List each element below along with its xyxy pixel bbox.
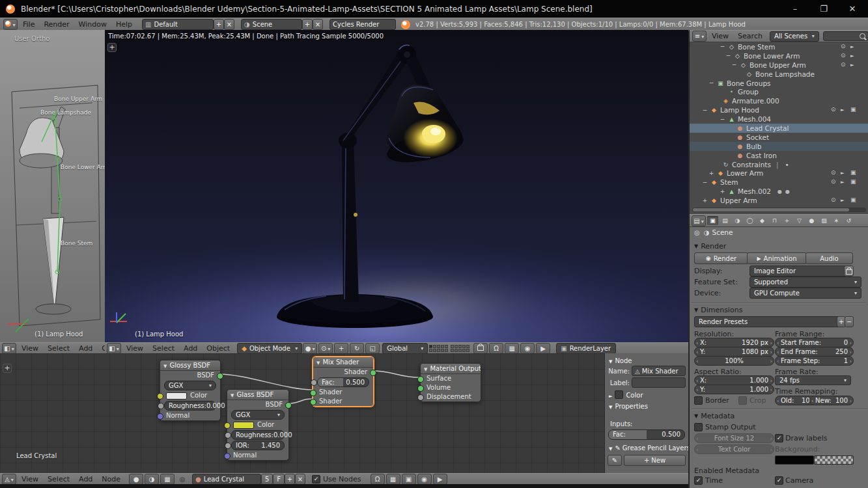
tab-particles-icon[interactable]: ∗ [831, 216, 842, 225]
cursor-icon[interactable]: ► [850, 62, 854, 68]
draw-labels-checkbox[interactable] [775, 434, 783, 442]
node-menu[interactable]: Node [97, 475, 125, 483]
eye-icon[interactable]: ⊙ [831, 178, 836, 185]
eye-icon[interactable]: ⊙ [831, 197, 836, 203]
material-selector[interactable]: ● Lead Crystal [192, 474, 261, 485]
device-dropdown[interactable]: GPU Compute▾ [749, 288, 861, 299]
add-layout-button[interactable]: + [214, 19, 224, 30]
transform-orientation-dropdown[interactable]: Global▾ [382, 343, 428, 354]
window-close-button[interactable]: ✕ [838, 0, 867, 18]
mode-dropdown[interactable]: ◆Object Mode ▾ [237, 343, 302, 354]
node-glossy-bsdf[interactable]: ▼Glossy BSDF BSDF GGX▾ Color Roughness:0… [160, 360, 221, 421]
mini-3d-viewport[interactable]: User Ortho Bone Upper Arm Bone Lampshade… [0, 30, 105, 342]
shader-input-socket-1[interactable] [310, 390, 316, 396]
color-input-row[interactable]: Color [227, 420, 288, 429]
editor-type-button[interactable]: ◧▾ [107, 343, 121, 354]
border-checkbox[interactable] [694, 396, 703, 405]
window-minimize-button[interactable]: – [781, 0, 809, 18]
tab-texture-icon[interactable]: ▨ [819, 216, 830, 225]
render-panel-header[interactable]: ▼Render [690, 241, 868, 251]
delete-scene-button[interactable]: × [313, 19, 323, 30]
new-material-button[interactable]: + [285, 474, 295, 485]
tab-physics-icon[interactable]: ↺ [843, 216, 854, 225]
render-button[interactable]: ◉Render [694, 252, 748, 264]
camera-icon[interactable]: ▣ [850, 178, 856, 185]
expand-icon[interactable]: − [701, 179, 708, 186]
stamp-output-checkbox[interactable] [694, 423, 703, 431]
fac-input-socket[interactable] [311, 379, 317, 386]
color-panel-header[interactable]: ►Color [605, 390, 688, 400]
pin-icon[interactable]: ◎ [694, 229, 700, 236]
outliner-row[interactable]: −◆Stem⊙►▣ [690, 178, 868, 187]
expand-icon[interactable]: − [725, 52, 732, 59]
add-scene-button[interactable]: + [302, 19, 313, 30]
properties-panel-header[interactable]: ▼Properties [605, 402, 688, 411]
node-header[interactable]: ▼Mix Shader [313, 357, 373, 368]
fac-slider[interactable]: Fac:0.500 [317, 377, 369, 387]
node-material-output[interactable]: ▼Material Output Surface Volume Displace… [420, 363, 481, 402]
font-size-field[interactable]: Font Size 12 [694, 433, 774, 443]
outliner-row[interactable]: −◇Bone Upper Arm⊙► [690, 61, 868, 70]
frame-step-field[interactable]: Frame Step:1 [775, 356, 854, 366]
text-color-field[interactable]: Text Color [694, 444, 774, 454]
feature-set-dropdown[interactable]: Supported▾ [749, 277, 861, 288]
render-layer-dropdown[interactable]: ▣RenderLayer [556, 343, 616, 354]
outliner-row[interactable]: ●Socket [690, 133, 868, 142]
surface-input-socket[interactable] [417, 376, 424, 383]
outliner-row-active[interactable]: ●Lead Crystal [690, 124, 868, 133]
start-frame-field[interactable]: Start Frame:0 [775, 338, 854, 347]
tab-material-icon[interactable]: ● [806, 216, 817, 225]
remove-preset-button[interactable]: − [845, 316, 854, 327]
pin-icon[interactable]: ◎ [176, 474, 189, 484]
camera-checkbox[interactable] [775, 476, 783, 485]
roughness-slider[interactable]: Roughness:0.000 [164, 401, 216, 411]
aspect-x-field[interactable]: X:1.000 [694, 375, 774, 385]
render-engine-selector[interactable]: Cycles Render [329, 19, 396, 30]
window-maximize-button[interactable]: ❐ [809, 0, 838, 18]
resolution-x-field[interactable]: X:1920 px [694, 338, 774, 347]
editor-type-button[interactable]: ◬▾ [2, 474, 16, 485]
camera-icon[interactable]: ▣ [850, 169, 856, 176]
color-enable-checkbox[interactable] [615, 390, 623, 399]
use-nodes-checkbox[interactable] [312, 475, 320, 483]
camera-icon[interactable]: ▣ [850, 106, 856, 113]
metadata-panel-header[interactable]: ▼Metadata [690, 411, 868, 420]
outliner-row[interactable]: ◇Bone Lampshade [690, 70, 868, 79]
snap-element-icon[interactable]: ▦ [505, 343, 519, 354]
tree-type-composite-icon[interactable]: ◑ [145, 474, 159, 485]
sidebar-fac-slider[interactable]: Fac:0.500 [608, 429, 685, 440]
tab-data-icon[interactable]: ▽ [794, 216, 805, 225]
expand-icon[interactable]: − [719, 43, 726, 50]
resolution-percentage-slider[interactable]: 100% [694, 356, 774, 366]
grease-pencil-mode-button[interactable]: ✎ [608, 455, 622, 466]
cursor-icon[interactable]: ► [850, 44, 854, 49]
object-menu[interactable]: Objec [97, 344, 105, 353]
display-dropdown[interactable]: Image Editor▾ [749, 265, 852, 277]
color-input-socket[interactable] [157, 393, 163, 400]
background-alpha-swatch[interactable] [814, 455, 854, 465]
displacement-input-socket[interactable] [417, 394, 424, 401]
eye-icon[interactable]: ⊙ [831, 106, 836, 113]
bsdf-output-socket[interactable] [285, 402, 292, 409]
manipulator-rotate-icon[interactable]: ↻ [350, 343, 364, 354]
snap-magnet-icon[interactable]: Ω [489, 343, 503, 354]
outliner-row[interactable]: +◆Lower Arm⊙►▣ [690, 169, 868, 178]
snap-element-icon[interactable]: ▦ [386, 474, 400, 485]
manipulator-translate-icon[interactable]: + [334, 343, 348, 354]
cursor-icon[interactable]: ► [841, 198, 844, 203]
render-anim-icon[interactable]: ▶ [433, 474, 447, 485]
node-label-field[interactable] [632, 377, 686, 388]
expand-icon[interactable]: − [731, 61, 738, 68]
color-input-socket[interactable] [224, 422, 231, 429]
roughness-input-socket[interactable] [225, 432, 231, 439]
screen-layout-selector[interactable]: ▥ Default [142, 19, 214, 30]
unlink-material-button[interactable]: × [295, 474, 305, 485]
new-gp-layer-button[interactable]: +New [624, 455, 686, 466]
eye-icon[interactable]: ⊙ [831, 169, 836, 176]
normal-input-socket[interactable] [157, 413, 163, 420]
outliner-row[interactable]: +▲Mesh.002●● [690, 187, 868, 196]
add-menu[interactable]: Add [179, 344, 202, 353]
shader-output-socket[interactable] [370, 370, 376, 376]
shader-input-socket-2[interactable] [310, 399, 316, 405]
aspect-y-field[interactable]: Y:1.000 [694, 385, 774, 394]
